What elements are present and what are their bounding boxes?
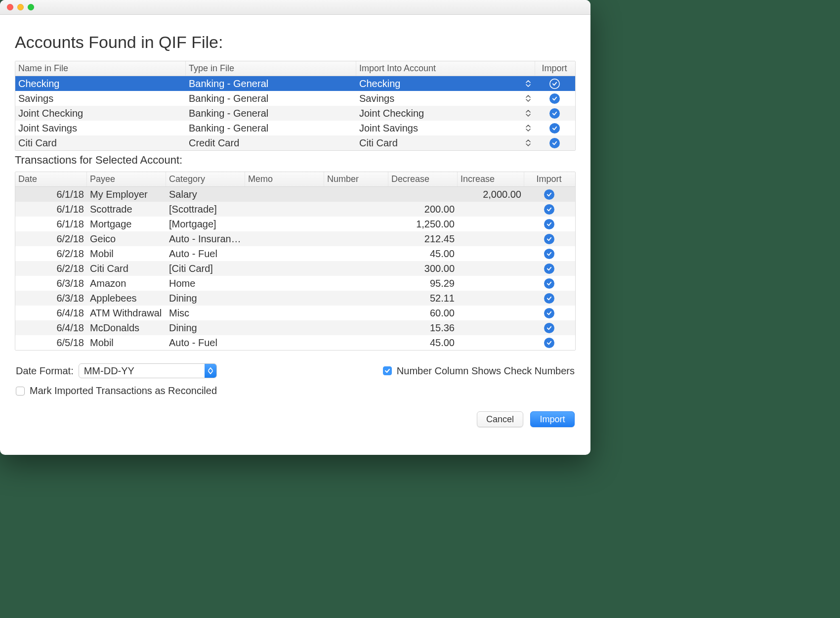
account-type: Banking - General bbox=[186, 107, 356, 120]
trans-memo bbox=[245, 267, 324, 269]
trans-increase bbox=[458, 297, 524, 299]
chevron-updown-icon[interactable] bbox=[525, 93, 532, 104]
trans-number bbox=[324, 253, 388, 255]
trans-decrease: 52.11 bbox=[388, 292, 458, 305]
trans-payee: Applebees bbox=[87, 292, 166, 305]
checkmark-icon[interactable] bbox=[544, 323, 554, 333]
import-button[interactable]: Import bbox=[530, 411, 575, 427]
trans-date: 6/2/18 bbox=[15, 247, 87, 261]
trans-decrease: 45.00 bbox=[388, 336, 458, 350]
account-import-into[interactable]: Citi Card bbox=[356, 136, 506, 150]
accounts-row[interactable]: Joint CheckingBanking - GeneralJoint Che… bbox=[15, 106, 575, 121]
transaction-row[interactable]: 6/4/18ATM WithdrawalMisc60.00 bbox=[15, 306, 575, 320]
accounts-col-type: Type in File bbox=[186, 61, 356, 76]
trans-number bbox=[324, 327, 388, 329]
checkmark-icon[interactable] bbox=[544, 219, 554, 229]
accounts-table: Name in File Type in File Import Into Ac… bbox=[15, 61, 576, 151]
trans-memo bbox=[245, 238, 324, 240]
trans-category: Salary bbox=[166, 188, 245, 201]
account-import-into[interactable]: Joint Savings bbox=[356, 122, 506, 135]
date-format-select[interactable]: MM-DD-YY bbox=[79, 363, 217, 378]
trans-col-increase: Increase bbox=[458, 172, 524, 186]
trans-date: 6/1/18 bbox=[15, 188, 87, 201]
checkmark-icon[interactable] bbox=[544, 249, 554, 259]
trans-memo bbox=[245, 253, 324, 255]
checkmark-icon[interactable] bbox=[549, 108, 560, 119]
checkmark-icon[interactable] bbox=[549, 138, 560, 148]
accounts-row[interactable]: SavingsBanking - GeneralSavings bbox=[15, 91, 575, 106]
minimize-window-button[interactable] bbox=[17, 4, 24, 10]
trans-date: 6/1/18 bbox=[15, 203, 87, 216]
account-type: Banking - General bbox=[186, 122, 356, 135]
trans-increase bbox=[458, 342, 524, 344]
checkmark-icon[interactable] bbox=[544, 293, 554, 304]
transaction-row[interactable]: 6/2/18GeicoAuto - Insuran…212.45 bbox=[15, 231, 575, 246]
trans-decrease: 15.36 bbox=[388, 321, 458, 335]
accounts-row[interactable]: Joint SavingsBanking - GeneralJoint Savi… bbox=[15, 121, 575, 135]
trans-memo bbox=[245, 223, 324, 225]
checkmark-icon[interactable] bbox=[544, 338, 554, 348]
trans-payee: Geico bbox=[87, 232, 166, 246]
checkmark-icon[interactable] bbox=[544, 189, 554, 200]
transaction-row[interactable]: 6/1/18Mortgage[Mortgage]1,250.00 bbox=[15, 217, 575, 231]
account-name: Joint Checking bbox=[15, 107, 186, 120]
trans-payee: ATM Withdrawal bbox=[87, 307, 166, 320]
transaction-row[interactable]: 6/2/18MobilAuto - Fuel45.00 bbox=[15, 246, 575, 261]
trans-memo bbox=[245, 297, 324, 299]
transaction-row[interactable]: 6/3/18ApplebeesDining52.11 bbox=[15, 291, 575, 306]
chevron-updown-icon[interactable] bbox=[525, 78, 532, 89]
close-window-button[interactable] bbox=[7, 4, 13, 10]
mark-reconciled-checkbox[interactable] bbox=[16, 387, 25, 396]
trans-number bbox=[324, 223, 388, 225]
transaction-row[interactable]: 6/1/18Scottrade[Scottrade]200.00 bbox=[15, 202, 575, 217]
accounts-col-import: Import bbox=[535, 61, 574, 76]
button-bar: Cancel Import bbox=[15, 397, 576, 434]
trans-col-category: Category bbox=[166, 172, 245, 186]
chevron-updown-icon[interactable] bbox=[525, 137, 532, 148]
trans-number bbox=[324, 208, 388, 210]
transaction-row[interactable]: 6/4/18McDonaldsDining15.36 bbox=[15, 320, 575, 335]
account-import-into[interactable]: Joint Checking bbox=[356, 107, 506, 120]
trans-category: [Scottrade] bbox=[166, 203, 245, 216]
transaction-row[interactable]: 6/1/18My EmployerSalary2,000.00 bbox=[15, 187, 575, 202]
accounts-row[interactable]: Citi CardCredit CardCiti Card bbox=[15, 135, 575, 150]
accounts-table-header: Name in File Type in File Import Into Ac… bbox=[15, 61, 575, 76]
checkmark-icon[interactable] bbox=[549, 123, 560, 133]
account-import-into[interactable]: Savings bbox=[356, 92, 506, 105]
chevron-updown-icon[interactable] bbox=[525, 123, 532, 133]
checkmark-icon[interactable] bbox=[544, 278, 554, 289]
number-column-checkbox[interactable] bbox=[383, 366, 392, 375]
checkmark-icon[interactable] bbox=[549, 79, 560, 89]
account-import-into[interactable]: Checking bbox=[356, 77, 506, 90]
account-name: Joint Savings bbox=[15, 122, 186, 135]
trans-date: 6/4/18 bbox=[15, 321, 87, 335]
accounts-heading: Accounts Found in QIF File: bbox=[15, 33, 576, 52]
trans-category: Auto - Fuel bbox=[166, 336, 245, 350]
transaction-row[interactable]: 6/3/18AmazonHome95.29 bbox=[15, 276, 575, 291]
accounts-row[interactable]: CheckingBanking - GeneralChecking bbox=[15, 76, 575, 91]
zoom-window-button[interactable] bbox=[28, 4, 34, 10]
checkmark-icon[interactable] bbox=[544, 204, 554, 215]
transactions-heading: Transactions for Selected Account: bbox=[15, 154, 576, 167]
chevron-updown-icon[interactable] bbox=[525, 108, 532, 119]
checkmark-icon[interactable] bbox=[549, 93, 560, 104]
checkmark-icon[interactable] bbox=[544, 234, 554, 244]
checkmark-icon[interactable] bbox=[544, 308, 554, 318]
trans-payee: McDonalds bbox=[87, 321, 166, 335]
trans-payee: Mobil bbox=[87, 336, 166, 350]
accounts-col-name: Name in File bbox=[15, 61, 186, 76]
mark-reconciled-label: Mark Imported Transactions as Reconciled bbox=[30, 385, 217, 397]
trans-increase: 2,000.00 bbox=[458, 188, 524, 201]
checkmark-icon[interactable] bbox=[544, 264, 554, 274]
trans-col-payee: Payee bbox=[87, 172, 166, 186]
trans-col-memo: Memo bbox=[245, 172, 324, 186]
trans-date: 6/3/18 bbox=[15, 292, 87, 305]
trans-category: Home bbox=[166, 277, 245, 290]
trans-number bbox=[324, 238, 388, 240]
trans-increase bbox=[458, 282, 524, 284]
transaction-row[interactable]: 6/5/18MobilAuto - Fuel45.00 bbox=[15, 335, 575, 350]
transaction-row[interactable]: 6/2/18Citi Card[Citi Card]300.00 bbox=[15, 261, 575, 276]
transactions-table: Date Payee Category Memo Number Decrease… bbox=[15, 172, 576, 351]
cancel-button[interactable]: Cancel bbox=[477, 411, 523, 427]
trans-increase bbox=[458, 253, 524, 255]
